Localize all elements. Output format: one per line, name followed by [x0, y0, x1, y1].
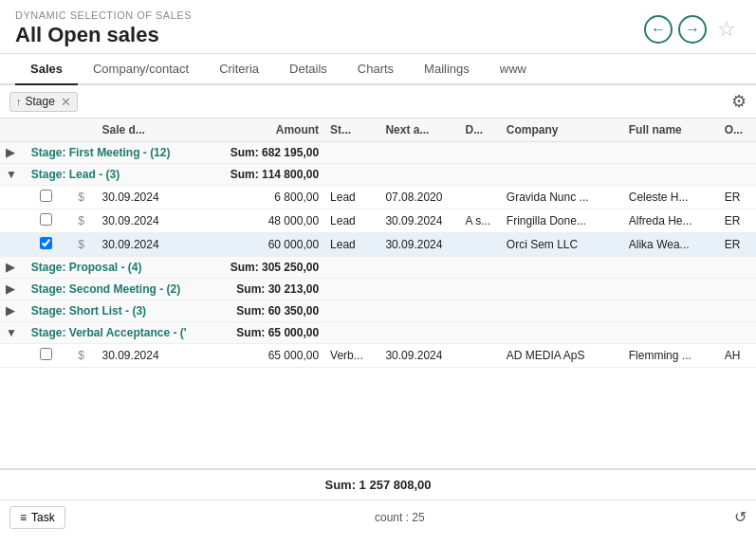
- filter-tag-close[interactable]: ✕: [61, 95, 71, 109]
- settings-button[interactable]: ⚙: [731, 91, 747, 112]
- row-company: Fringilla Done...: [501, 209, 623, 233]
- group-label: Stage: Proposal - (4): [26, 257, 212, 279]
- tab-sales[interactable]: Sales: [15, 54, 78, 85]
- group-sum: Sum: 65 000,00: [212, 322, 324, 344]
- table-group-row: ▶ Stage: Second Meeting - (2) Sum: 30 21…: [0, 279, 756, 300]
- expand-icon[interactable]: ▶: [0, 142, 26, 164]
- total-sum-row: Sum: 1 257 808,00: [0, 469, 756, 500]
- task-button[interactable]: ≡ Task: [9, 506, 65, 529]
- row-stage: Lead: [324, 186, 379, 209]
- row-checkbox-cell[interactable]: [26, 186, 66, 209]
- group-sum: Sum: 30 213,00: [212, 279, 324, 300]
- row-checkbox-cell[interactable]: [26, 233, 66, 257]
- header-right: ← → ☆: [644, 15, 741, 47]
- th-sale-date[interactable]: Sale d...: [97, 118, 212, 142]
- group-sum: Sum: 682 195,00: [212, 142, 324, 164]
- row-company: AD MEDIA ApS: [501, 344, 623, 368]
- row-stage: Verb...: [324, 344, 379, 368]
- expand-icon[interactable]: ▶: [0, 300, 26, 322]
- row-full-name: Flemming ...: [623, 344, 719, 368]
- th-full-name[interactable]: Full name: [623, 118, 719, 142]
- table-group-row: ▼ Stage: Verbal Acceptance - (' Sum: 65 …: [0, 322, 756, 344]
- row-o: ER: [719, 186, 756, 209]
- filter-bar: ↑ Stage ✕ ⚙: [0, 85, 756, 118]
- tab-bar: Sales Company/contact Criteria Details C…: [0, 54, 756, 85]
- row-d: [459, 186, 500, 209]
- th-d[interactable]: D...: [459, 118, 500, 142]
- group-label: Stage: Lead - (3): [26, 164, 212, 186]
- tab-www[interactable]: www: [485, 54, 542, 85]
- table-group-row: ▶ Stage: Short List - (3) Sum: 60 350,00: [0, 300, 756, 322]
- row-company: Orci Sem LLC: [501, 233, 623, 257]
- row-o: ER: [719, 209, 756, 233]
- filter-arrow-icon: ↑: [16, 96, 22, 107]
- expand-icon[interactable]: ▶: [0, 279, 26, 300]
- page-title: All Open sales: [15, 23, 192, 47]
- tab-mailings[interactable]: Mailings: [409, 54, 485, 85]
- th-stage[interactable]: St...: [324, 118, 379, 142]
- tab-criteria[interactable]: Criteria: [204, 54, 274, 85]
- subtitle: DYNAMIC SELECTION OF SALES: [15, 9, 192, 21]
- table-group-row: ▶ Stage: First Meeting - (12) Sum: 682 1…: [0, 142, 756, 164]
- table-row: $ 30.09.2024 48 000,00 Lead 30.09.2024 A…: [0, 209, 756, 233]
- row-amount: 48 000,00: [212, 209, 324, 233]
- row-sale-date: 30.09.2024: [97, 209, 212, 233]
- header: DYNAMIC SELECTION OF SALES All Open sale…: [0, 0, 756, 54]
- table-body: ▶ Stage: First Meeting - (12) Sum: 682 1…: [0, 142, 756, 368]
- expand-icon[interactable]: ▶: [0, 257, 26, 279]
- group-sum: Sum: 60 350,00: [212, 300, 324, 322]
- row-dollar: $: [66, 209, 97, 233]
- row-next-action: 30.09.2024: [379, 209, 459, 233]
- row-checkbox[interactable]: [40, 190, 52, 202]
- expand-empty: [0, 344, 26, 368]
- tab-company-contact[interactable]: Company/contact: [78, 54, 204, 85]
- nav-back-button[interactable]: ←: [644, 15, 673, 44]
- footer: ≡ Task count : 25 ↺: [0, 500, 756, 534]
- row-sale-date: 30.09.2024: [97, 233, 212, 257]
- row-checkbox[interactable]: [40, 348, 52, 360]
- expand-icon[interactable]: ▼: [0, 322, 26, 344]
- row-o: ER: [719, 233, 756, 257]
- row-checkbox[interactable]: [40, 237, 52, 249]
- expand-icon[interactable]: ▼: [0, 164, 26, 186]
- table-group-row: ▼ Stage: Lead - (3) Sum: 114 800,00: [0, 164, 756, 186]
- count-label: count : 25: [375, 511, 425, 524]
- th-o[interactable]: O...: [719, 118, 756, 142]
- tab-details[interactable]: Details: [274, 54, 342, 85]
- expand-empty: [0, 186, 26, 209]
- row-checkbox-cell[interactable]: [26, 209, 66, 233]
- th-company[interactable]: Company: [501, 118, 623, 142]
- group-sum: Sum: 305 250,00: [212, 257, 324, 279]
- table-header-row: Sale d... Amount St... Next a... D... Co…: [0, 118, 756, 142]
- row-checkbox-cell[interactable]: [26, 344, 66, 368]
- row-amount: 6 800,00: [212, 186, 324, 209]
- row-o: AH: [719, 344, 756, 368]
- tab-charts[interactable]: Charts: [342, 54, 409, 85]
- group-label: Stage: First Meeting - (12): [26, 142, 212, 164]
- row-stage: Lead: [324, 233, 379, 257]
- table-row: $ 30.09.2024 60 000,00 Lead 30.09.2024 O…: [0, 233, 756, 257]
- nav-forward-button[interactable]: →: [678, 15, 707, 44]
- filter-tag-stage: ↑ Stage ✕: [9, 92, 78, 112]
- row-stage: Lead: [324, 209, 379, 233]
- filter-tag-label: Stage: [26, 95, 55, 108]
- table-row: $ 30.09.2024 65 000,00 Verb... 30.09.202…: [0, 344, 756, 368]
- th-expand: [0, 118, 26, 142]
- th-amount[interactable]: Amount: [212, 118, 324, 142]
- header-left: DYNAMIC SELECTION OF SALES All Open sale…: [15, 9, 192, 47]
- row-full-name: Celeste H...: [623, 186, 719, 209]
- expand-empty: [0, 209, 26, 233]
- row-dollar: $: [66, 186, 97, 209]
- data-table-container: Sale d... Amount St... Next a... D... Co…: [0, 118, 756, 469]
- row-d: [459, 233, 500, 257]
- refresh-button[interactable]: ↺: [734, 508, 747, 526]
- task-icon: ≡: [20, 511, 27, 524]
- favorite-button[interactable]: ☆: [712, 15, 741, 44]
- row-dollar: $: [66, 233, 97, 257]
- row-next-action: 30.09.2024: [379, 344, 459, 368]
- sales-table: Sale d... Amount St... Next a... D... Co…: [0, 118, 756, 368]
- row-checkbox[interactable]: [40, 213, 52, 226]
- table-group-row: ▶ Stage: Proposal - (4) Sum: 305 250,00: [0, 257, 756, 279]
- row-sale-date: 30.09.2024: [97, 186, 212, 209]
- th-next-action[interactable]: Next a...: [379, 118, 459, 142]
